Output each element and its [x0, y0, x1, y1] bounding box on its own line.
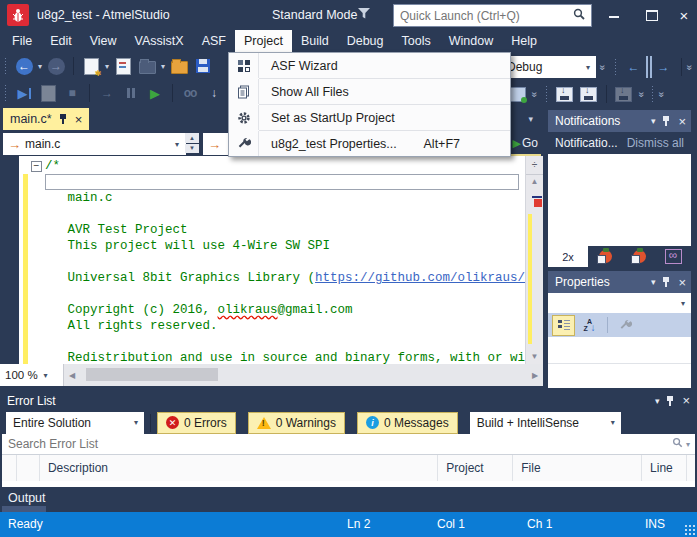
panel-tab-active[interactable]: 2x [548, 246, 588, 267]
menu-window[interactable]: Window [440, 30, 502, 52]
minimize-button[interactable] [597, 0, 631, 30]
error-search-box[interactable]: ▾ [2, 434, 695, 454]
code-line[interactable] [19, 254, 526, 270]
scroll-up-icon[interactable]: ▲ [526, 175, 543, 189]
menu-vassistx[interactable]: VAssistX [126, 30, 193, 52]
errors-filter-button[interactable]: ✕ 0 Errors [157, 412, 236, 434]
back-dropdown-caret[interactable]: ▾ [38, 62, 42, 71]
toolbar-overflow-icon[interactable]: » [529, 91, 540, 97]
scope-filter-dropdown[interactable]: Entire Solution ▾ [6, 412, 144, 434]
close-button[interactable]: × [671, 0, 697, 30]
scrollbar-thumb[interactable] [86, 368, 218, 381]
menu-project[interactable]: Project [235, 30, 292, 52]
pin-icon[interactable] [666, 395, 675, 407]
filter-icon[interactable] [358, 8, 370, 22]
navigate-forward-button[interactable]: → [45, 55, 67, 77]
splitter-handle[interactable]: ÷ [526, 156, 543, 175]
menu-debug[interactable]: Debug [338, 30, 393, 52]
tab-main-c[interactable]: main.c* × [3, 108, 89, 130]
notifications-title-bar[interactable]: Notifications ▾ × [548, 110, 691, 132]
code-line[interactable]: −/* [19, 158, 526, 174]
va-outline-tab[interactable] [622, 246, 656, 267]
code-line[interactable]: Redistribution and use in source and bin… [19, 350, 526, 364]
watch-glasses-icon[interactable]: oo [179, 82, 201, 104]
run-without-debug-button[interactable] [37, 82, 59, 104]
toolbar-grip[interactable] [613, 59, 618, 75]
code-line[interactable]: Universal 8bit Graphics Library (https:/… [19, 270, 526, 286]
search-options-caret-icon[interactable]: ▾ [686, 440, 695, 449]
maximize-button[interactable] [635, 0, 668, 30]
save-button[interactable] [192, 55, 214, 77]
code-line[interactable] [19, 206, 526, 222]
messages-filter-button[interactable]: i 0 Messages [357, 412, 458, 434]
toolbar-grip[interactable] [650, 86, 655, 102]
menu-view[interactable]: View [81, 30, 126, 52]
menu-build[interactable]: Build [292, 30, 338, 52]
header-flag-column[interactable] [17, 455, 40, 481]
toolbar-overflow-icon[interactable]: » [597, 64, 608, 70]
close-icon[interactable]: × [678, 275, 686, 290]
output-label[interactable]: Output [8, 491, 46, 505]
toolbar-overflow-icon[interactable]: » [656, 91, 667, 97]
toolbar-overflow-icon[interactable]: » [636, 91, 647, 97]
scroll-down-icon[interactable]: ▼ [526, 350, 543, 364]
vertical-scrollbar[interactable]: ÷ ▲ ▼ [525, 156, 543, 364]
categorized-button[interactable] [552, 315, 575, 336]
scroll-left-icon[interactable]: ◀ [64, 364, 80, 386]
pin-icon[interactable] [59, 113, 68, 125]
start-debug-button[interactable]: ▶ [13, 82, 35, 104]
tab-list-caret-icon[interactable]: ▾ [528, 114, 533, 124]
code-line[interactable] [19, 286, 526, 302]
error-list-title-bar[interactable]: Error List ▾ × [0, 390, 697, 411]
property-pages-button[interactable] [615, 316, 636, 335]
menu-item-project-properties[interactable]: u8g2_test Properties... Alt+F7 [229, 131, 510, 156]
indicator-margin[interactable] [0, 156, 19, 364]
unindent-button[interactable]: ← [623, 56, 648, 78]
menu-item-asf-wizard[interactable]: ASF Wizard [229, 53, 510, 78]
device-info-button[interactable] [613, 83, 635, 105]
nav-spinner[interactable]: ▲ ▼ [185, 133, 199, 153]
code-line[interactable]: This project will use 4-Wire SW SPI [19, 238, 526, 254]
step-over-icon[interactable]: → [96, 82, 118, 104]
code-line[interactable]: AVR Test Project [19, 222, 526, 238]
menu-asf[interactable]: ASF [193, 30, 235, 52]
pin-icon[interactable] [662, 276, 671, 288]
configuration-dropdown[interactable]: Debug▾ [500, 56, 596, 78]
properties-object-dropdown[interactable]: ▾ [548, 293, 691, 313]
pin-icon[interactable] [662, 115, 671, 127]
zoom-dropdown[interactable]: 100 % ▾ [0, 364, 64, 386]
header-description[interactable]: Description [40, 455, 438, 481]
properties-title-bar[interactable]: Properties ▾ × [548, 271, 691, 293]
device-programming-alt-button[interactable] [578, 83, 600, 105]
menu-file[interactable]: File [3, 30, 41, 52]
source-filter-dropdown[interactable]: Build + IntelliSense ▾ [470, 412, 621, 434]
toolbar-grip[interactable] [3, 85, 8, 101]
new-project-caret[interactable]: ▾ [105, 62, 109, 71]
close-icon[interactable]: × [682, 393, 690, 408]
code-line[interactable]: main.c [19, 190, 526, 206]
quick-launch-box[interactable] [393, 4, 592, 27]
menu-edit[interactable]: Edit [41, 30, 81, 52]
device-programming-button[interactable] [554, 83, 576, 105]
add-item-button[interactable] [112, 55, 134, 77]
quick-launch-input[interactable] [394, 9, 567, 23]
menu-help[interactable]: Help [502, 30, 546, 52]
header-line[interactable]: Line [642, 455, 687, 481]
pause-button[interactable] [120, 82, 142, 104]
stop-debug-button[interactable]: ■ [61, 82, 83, 104]
file-scope-dropdown[interactable]: → main.c ▾ [3, 133, 186, 155]
error-search-input[interactable] [2, 437, 669, 451]
toolbar-grip[interactable] [544, 86, 549, 102]
header-project[interactable]: Project [438, 455, 513, 481]
resize-grip[interactable] [685, 525, 695, 535]
header-icon-column[interactable] [2, 455, 17, 481]
horizontal-scrollbar[interactable] [80, 364, 527, 386]
navigate-back-button[interactable]: ← [13, 55, 35, 77]
window-menu-caret-icon[interactable]: ▾ [651, 116, 656, 126]
notifications-filter-dropdown[interactable]: Notificatio... [555, 136, 627, 150]
indent-button[interactable]: → [650, 56, 675, 78]
code-line[interactable]: Copyright (c) 2016, olikraus@gmail.com [19, 302, 526, 318]
download-button[interactable]: ↓ [203, 82, 225, 104]
menu-tools[interactable]: Tools [393, 30, 440, 52]
new-folder-caret[interactable]: ▾ [161, 62, 165, 71]
